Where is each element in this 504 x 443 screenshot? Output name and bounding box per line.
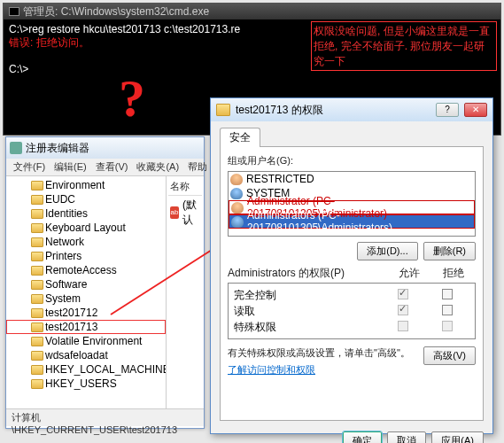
values-header: 名称 [168,178,202,196]
folder-icon [31,351,43,361]
perm-for-label: Administrators 的权限(P) [228,266,387,281]
folder-icon [31,195,43,205]
tree-item-identities[interactable]: Identities [6,206,166,221]
folder-icon [31,181,43,190]
folder-icon [31,223,43,233]
menu-file[interactable]: 文件(F) [10,160,49,174]
tree-item-hkey-local-machine[interactable]: HKEY_LOCAL_MACHINE [6,362,166,377]
tree-item-eudc[interactable]: EUDC [6,192,166,206]
menu-view[interactable]: 查看(V) [92,160,132,174]
folder-icon [31,266,43,276]
dialog-buttons: 确定 取消 应用(A) [211,426,492,443]
perm-name: 特殊权限 [234,320,381,335]
allow-header: 允许 [387,266,431,281]
regedit-values-pane[interactable]: 名称 ab (默认 [167,176,204,408]
tab-security[interactable]: 安全 [220,128,260,147]
regedit-title-text: 注册表编辑器 [26,141,89,156]
tree-item-label: test201712 [45,307,97,319]
menu-help[interactable]: 帮助 [184,160,211,174]
tree-item-hkey-users[interactable]: HKEY_USERS [6,377,166,391]
perm-name: 完全控制 [234,288,381,303]
tree-item-label: Software [45,278,87,291]
cmd-titlebar[interactable]: 管理员: C:\Windows\system32\cmd.exe [4,4,500,19]
regedit-body: EnvironmentEUDCIdentitiesKeyboard Layout… [6,176,204,408]
perm-row: 完全控制 [234,287,469,303]
tree-item-network[interactable]: Network [6,235,166,249]
tree-item-volatile-environment[interactable]: Volatile Environment [6,334,166,348]
tree-item-label: test201713 [45,321,97,333]
folder-icon [31,280,43,290]
user-name: RESTRICTED [246,173,314,185]
annotation-text: 权限没啥问题, 但是小编这里就是一直拒绝, 完全不给面子. 那位朋友一起研究一下 [311,21,497,71]
tree-item-label: HKEY_LOCAL_MACHINE [45,363,167,376]
perm-body: 安全 组或用户名(G): RESTRICTEDSYSTEMAdministrat… [211,121,492,426]
remove-button[interactable]: 删除(R) [423,242,476,260]
close-button[interactable]: ✕ [464,103,487,117]
deny-checkbox[interactable] [442,305,453,315]
tree-item-label: RemoteAccess [45,264,117,276]
deny-checkbox [442,321,453,331]
cmd-icon [9,7,19,16]
tree-item-label: HKEY_USERS [45,377,117,390]
learn-more-link[interactable]: 了解访问控制和权限 [228,363,315,377]
folder-icon [31,294,43,304]
tree-item-system[interactable]: System [6,291,166,306]
user-row[interactable]: Administrators (PC-201708101305\Administ… [229,214,475,229]
menu-fav[interactable]: 收藏夹(A) [133,160,182,174]
perm-title-text: test201713 的权限 [236,103,323,118]
ok-button[interactable]: 确定 [343,431,382,443]
deny-checkbox[interactable] [442,289,453,299]
regedit-titlebar[interactable]: 注册表编辑器 [6,137,204,159]
advanced-button[interactable]: 高级(V) [423,346,476,365]
user-row[interactable]: RESTRICTED [229,172,475,186]
permissions-table: Administrators 的权限(P) 允许 拒绝 完全控制读取特殊权限 [228,266,476,339]
permissions-box: 完全控制读取特殊权限 [228,283,476,339]
folder-icon [31,337,43,346]
add-button[interactable]: 添加(D)... [357,242,417,260]
value-row-default[interactable]: ab (默认 [168,196,202,229]
question-mark-icon: ? [119,68,145,129]
perm-titlebar[interactable]: test201713 的权限 ? ✕ [211,98,492,121]
allow-checkbox [398,289,408,299]
folder-icon [31,209,43,219]
perm-row: 特殊权限 [234,319,469,335]
tree-item-label: Identities [45,207,88,220]
tree-item-label: System [45,292,81,305]
user-list[interactable]: RESTRICTEDSYSTEMAdministrator (PC-201708… [228,171,476,237]
permissions-dialog: test201713 的权限 ? ✕ 安全 组或用户名(G): RESTRICT… [210,97,493,434]
tree-item-remoteaccess[interactable]: RemoteAccess [6,263,166,277]
tree-item-wdsafeloadat[interactable]: wdsafeloadat [6,348,166,362]
folder-icon [31,308,43,318]
regedit-icon [10,142,22,154]
regedit-menubar: 文件(F) 编辑(E) 查看(V) 收藏夹(A) 帮助 [6,159,204,176]
cmd-title-text: 管理员: C:\Windows\system32\cmd.exe [23,4,209,19]
security-tab-pane: 组或用户名(G): RESTRICTEDSYSTEMAdministrator … [220,146,484,421]
folder-icon [31,323,43,332]
group-icon [230,188,243,199]
tree-item-environment[interactable]: Environment [6,178,166,192]
cancel-button[interactable]: 取消 [387,431,426,443]
cmd-error-msg: 拒绝访问。 [33,36,89,49]
tree-item-label: EUDC [45,193,75,206]
tree-item-test201713[interactable]: test201713 [6,320,166,334]
folder-icon [31,379,43,389]
menu-edit[interactable]: 编辑(E) [50,160,90,174]
tree-item-label: Printers [45,250,81,262]
group-users-label: 组或用户名(G): [228,154,476,167]
regedit-statusbar: 计算机\HKEY_CURRENT_USER\test201713 [6,408,204,426]
tree-item-software[interactable]: Software [6,277,166,291]
allow-checkbox [398,305,408,315]
user-icon [230,174,243,185]
apply-button[interactable]: 应用(A) [431,431,484,443]
perm-row: 读取 [234,303,469,319]
tree-item-printers[interactable]: Printers [6,249,166,263]
help-button[interactable]: ? [436,103,459,117]
tree-item-test201712[interactable]: test201712 [6,306,166,320]
deny-header: 拒绝 [431,266,476,281]
regedit-tree[interactable]: EnvironmentEUDCIdentitiesKeyboard Layout… [6,176,167,408]
tree-item-label: Environment [45,179,105,191]
cmd-body[interactable]: C:\>reg restore hkcu\test201713 c:\test2… [4,19,500,79]
cmd-error-label: 错误: [9,36,33,49]
tree-item-keyboard-layout[interactable]: Keyboard Layout [6,221,166,235]
tree-item-label: Keyboard Layout [45,222,126,234]
